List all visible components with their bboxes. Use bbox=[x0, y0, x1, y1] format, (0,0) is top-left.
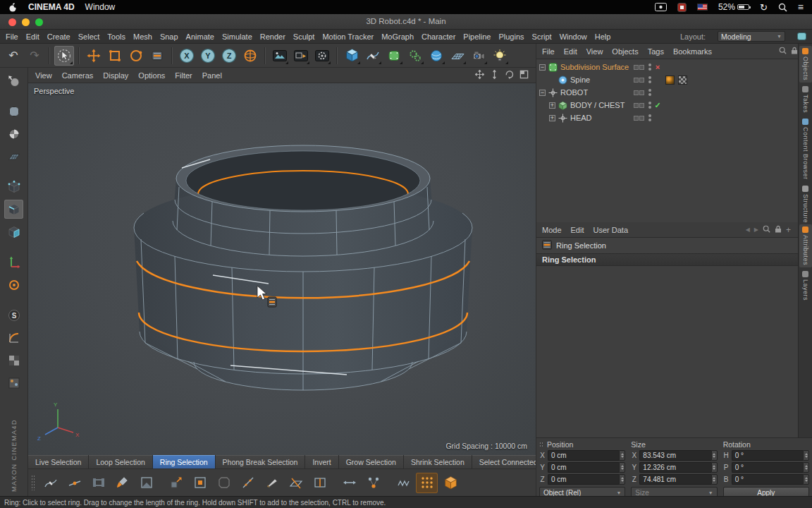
live-selection-tool-button[interactable] bbox=[54, 46, 74, 66]
render-settings-button[interactable] bbox=[312, 46, 332, 66]
bevel-tool[interactable] bbox=[213, 473, 235, 493]
keyboard-flag-icon[interactable] bbox=[697, 1, 708, 13]
extrude-inner-tool[interactable] bbox=[189, 473, 211, 493]
menu-animate[interactable]: Animate bbox=[186, 32, 214, 41]
rotate-tool-button[interactable] bbox=[126, 46, 146, 66]
tab-attributes[interactable]: Attributes bbox=[799, 224, 812, 267]
history-back-icon[interactable]: ◀ bbox=[746, 226, 750, 233]
om-menu-view[interactable]: View bbox=[586, 47, 603, 56]
light-button[interactable] bbox=[490, 46, 510, 66]
menu-script[interactable]: Script bbox=[532, 32, 552, 41]
position-x-stepper[interactable] bbox=[619, 450, 625, 461]
x-axis-lock-button[interactable]: X bbox=[177, 46, 197, 66]
slide-tool[interactable] bbox=[338, 473, 360, 493]
scale-tool-button[interactable] bbox=[105, 46, 125, 66]
tree-row-head[interactable]: + HEAD bbox=[536, 111, 798, 124]
snap-toggle-button[interactable]: S bbox=[4, 306, 23, 325]
size-z-input[interactable]: 74.481 cm bbox=[639, 474, 710, 485]
menu-render[interactable]: Render bbox=[260, 32, 285, 41]
interface-lock-icon[interactable] bbox=[797, 32, 806, 40]
menu-select[interactable]: Select bbox=[78, 32, 100, 41]
collapse-icon[interactable]: − bbox=[539, 90, 546, 96]
tree-row-spine[interactable]: Spine bbox=[536, 73, 798, 86]
menu-create[interactable]: Create bbox=[47, 32, 70, 41]
texture-mode-button[interactable] bbox=[4, 124, 23, 143]
toggle-view-icon[interactable] bbox=[519, 70, 529, 80]
make-editable-button[interactable] bbox=[4, 71, 23, 90]
om-menu-edit[interactable]: Edit bbox=[564, 47, 577, 56]
camera-button[interactable] bbox=[469, 46, 488, 66]
om-menu-objects[interactable]: Objects bbox=[612, 47, 638, 56]
menu-motion-tracker[interactable]: Motion Tracker bbox=[322, 32, 374, 41]
weld-tool[interactable] bbox=[362, 473, 384, 493]
close-polygon-hole-tool[interactable] bbox=[135, 473, 157, 493]
attr-menu-user-data[interactable]: User Data bbox=[593, 226, 629, 234]
phong-break-selection-button[interactable]: Phong Break Selection bbox=[216, 455, 305, 468]
grow-selection-button[interactable]: Grow Selection bbox=[339, 455, 403, 468]
points-mode-button[interactable] bbox=[4, 177, 23, 196]
menu-character[interactable]: Character bbox=[422, 32, 455, 41]
search-icon[interactable] bbox=[763, 225, 770, 234]
stop-record-icon[interactable] bbox=[677, 1, 687, 13]
history-forward-icon[interactable]: ▶ bbox=[754, 226, 758, 233]
viewport-menu-view[interactable]: View bbox=[35, 71, 52, 80]
rotation-h-stepper[interactable] bbox=[803, 450, 809, 461]
pen-spline-button[interactable] bbox=[363, 46, 383, 66]
quantize-toggle-button[interactable] bbox=[4, 328, 23, 347]
ring-selection-button[interactable]: Ring Selection bbox=[153, 455, 215, 468]
expand-icon[interactable]: + bbox=[549, 102, 555, 109]
visibility-dots[interactable] bbox=[648, 89, 651, 96]
tab-structure[interactable]: Structure bbox=[799, 183, 812, 225]
workplane-snap-button[interactable] bbox=[4, 351, 23, 370]
size-z-stepper[interactable] bbox=[711, 474, 718, 485]
lock-icon[interactable] bbox=[791, 47, 798, 56]
tab-takes[interactable]: Takes bbox=[799, 84, 812, 115]
tree-row-robot[interactable]: − ROBOT bbox=[536, 86, 798, 99]
size-y-stepper[interactable] bbox=[711, 462, 718, 473]
menu-pipeline[interactable]: Pipeline bbox=[463, 32, 491, 41]
om-menu-file[interactable]: File bbox=[542, 47, 555, 56]
visibility-dots[interactable] bbox=[648, 114, 651, 121]
layer-chips[interactable] bbox=[634, 78, 644, 83]
notification-center-icon[interactable]: ≡ bbox=[798, 1, 804, 13]
knife-tool[interactable] bbox=[261, 473, 283, 493]
zoom-view-icon[interactable] bbox=[490, 70, 499, 80]
position-y-input[interactable]: 0 cm bbox=[548, 462, 619, 473]
plane-cut-tool[interactable] bbox=[285, 473, 307, 493]
add-icon[interactable]: + bbox=[786, 225, 791, 235]
subdivide-tool[interactable] bbox=[440, 473, 462, 493]
menu-edit[interactable]: Edit bbox=[26, 32, 39, 41]
viewport-menu-display[interactable]: Display bbox=[103, 71, 128, 80]
layer-chips[interactable] bbox=[634, 116, 644, 121]
extrude-tool[interactable] bbox=[165, 473, 187, 493]
size-x-stepper[interactable] bbox=[711, 450, 718, 461]
screen-record-icon[interactable] bbox=[655, 1, 667, 13]
layer-chips[interactable] bbox=[634, 103, 644, 108]
enabled-check-icon[interactable]: ✓ bbox=[653, 101, 662, 110]
layer-chips[interactable] bbox=[634, 65, 644, 70]
attr-menu-edit[interactable]: Edit bbox=[571, 226, 584, 234]
vertex-paint-button[interactable] bbox=[4, 373, 23, 392]
menu-tools[interactable]: Tools bbox=[107, 32, 125, 41]
edge-cut-tool[interactable] bbox=[237, 473, 259, 493]
material-tag-icon[interactable] bbox=[665, 75, 675, 85]
viewport-menu-cameras[interactable]: Cameras bbox=[62, 71, 94, 80]
menu-mesh[interactable]: Mesh bbox=[133, 32, 152, 41]
environment-floor-button[interactable] bbox=[448, 46, 467, 66]
rotation-p-stepper[interactable] bbox=[803, 462, 809, 473]
rotation-b-stepper[interactable] bbox=[803, 474, 809, 485]
position-y-stepper[interactable] bbox=[619, 462, 625, 473]
viewport-canvas[interactable]: Y X Z Perspective Grid Spacing : 10000 c… bbox=[28, 83, 536, 455]
tweak-mode-button[interactable] bbox=[4, 275, 23, 294]
palette-drag-handle[interactable] bbox=[31, 475, 35, 490]
generator-disabled-icon[interactable]: × bbox=[653, 63, 662, 71]
deformer-button[interactable] bbox=[426, 46, 446, 66]
menu-snap[interactable]: Snap bbox=[160, 32, 178, 41]
lock-icon[interactable] bbox=[775, 225, 782, 234]
camera-view-label[interactable]: Perspective bbox=[34, 87, 74, 95]
size-y-input[interactable]: 12.326 cm bbox=[639, 462, 710, 473]
render-picture-viewer-button[interactable] bbox=[291, 46, 311, 66]
edges-mode-button[interactable] bbox=[4, 200, 23, 219]
apple-menu-icon[interactable] bbox=[8, 1, 18, 13]
collapse-icon[interactable]: − bbox=[539, 64, 546, 71]
